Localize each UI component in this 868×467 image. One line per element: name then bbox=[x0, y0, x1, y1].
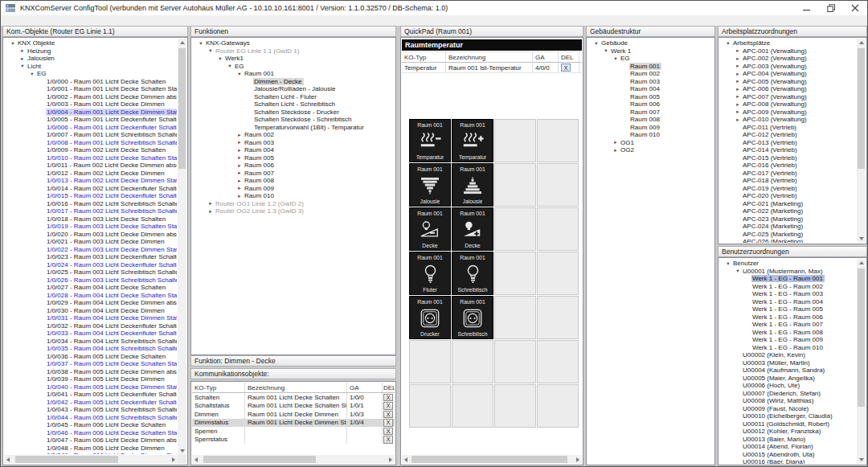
tree-item[interactable]: 1/0/048 - Raum 006 Licht Decke Dimmen bbox=[4, 444, 177, 453]
tree-arrow-icon[interactable]: ▸ bbox=[207, 208, 215, 215]
tree-item[interactable]: APC-018 (Vertrieb) bbox=[719, 177, 856, 185]
quickpad-empty-cell[interactable] bbox=[537, 340, 579, 383]
tree-item[interactable]: 1/0/015 - Raum 002 Licht Deckenfluter Sc… bbox=[4, 192, 177, 200]
quickpad-row[interactable]: Temperatur Raum 001 Ist-Temperatur 4/0/0… bbox=[402, 63, 582, 73]
tree-item[interactable]: U00002 (Klein, Kevin) bbox=[719, 351, 856, 359]
tree-arrow-icon[interactable]: ▸ bbox=[734, 71, 742, 77]
tree-item[interactable]: Werk 1 - EG - Raum 009 bbox=[719, 336, 856, 344]
tree-item[interactable]: ▸ APC-008 (Verwaltung) bbox=[719, 100, 856, 109]
tree-item[interactable]: 1/0/010 - Raum 002 Licht Decke Schalten … bbox=[4, 154, 177, 162]
tree-item[interactable]: ▾ Router EG Linie 1.1 (GwID 1) bbox=[192, 47, 395, 55]
tree-item[interactable]: ▸ Raum 004 bbox=[192, 146, 395, 154]
tree-item[interactable]: 1/0/047 - Raum 006 Licht Decke Dimmen ab… bbox=[4, 436, 177, 444]
tree-item[interactable]: 1/0/025 - Raum 003 Licht Schreibtisch Sc… bbox=[4, 268, 177, 277]
quickpad-tile[interactable]: Raum 001Decke bbox=[452, 207, 493, 251]
tree-item[interactable]: 1/0/037 - Raum 005 Licht Decke Schalten … bbox=[4, 360, 177, 368]
scroll-left-icon[interactable] bbox=[192, 455, 201, 464]
tree-item[interactable]: Werk 1 - EG - Raum 010 bbox=[719, 344, 856, 352]
tree-arrow-icon[interactable]: ▸ bbox=[235, 147, 244, 154]
tree-item[interactable]: 1/0/006 - Raum 001 Licht Deckenfluter Sc… bbox=[4, 124, 177, 132]
tree-item[interactable]: 1/0/026 - Raum 003 Licht Schreibtisch Sc… bbox=[4, 277, 177, 285]
tree-arrow-icon[interactable]: ▸ bbox=[235, 178, 244, 184]
tree-arrow-icon[interactable]: ▸ bbox=[235, 185, 244, 191]
tree-item[interactable]: U00004 (Kaufmann, Sandra) bbox=[719, 367, 856, 375]
tree-item[interactable]: 1/0/023 - Raum 003 Licht Deckenfluter Sc… bbox=[4, 253, 177, 261]
tree-arrow-icon[interactable]: ▾ bbox=[9, 40, 17, 47]
tree-item[interactable]: Raum 008 bbox=[588, 116, 714, 124]
quickpad-tile[interactable]: Raum 001Decke bbox=[409, 207, 451, 251]
tree-item[interactable]: U00015 (Abendroth, Uta) bbox=[719, 451, 856, 459]
tree-item[interactable]: 1/0/009 - Raum 002 Licht Decke Schalten bbox=[4, 146, 177, 154]
tree-item[interactable]: ▾ Licht bbox=[4, 63, 177, 71]
tree-item[interactable]: 1/0/020 - Raum 003 Licht Decke Dimmen ab… bbox=[4, 231, 177, 239]
quickpad-empty-cell[interactable] bbox=[494, 296, 536, 339]
quickpad-empty-cell[interactable] bbox=[452, 340, 493, 383]
tree-arrow-icon[interactable]: ▾ bbox=[18, 63, 27, 69]
tree-item[interactable]: 1/0/033 - Raum 004 Licht Deckenfluter Sc… bbox=[4, 330, 177, 338]
tree-item[interactable]: ▸ APC-010 (Verwaltung) bbox=[719, 116, 856, 124]
tree-item[interactable]: 1/0/045 - Raum 006 Licht Decke Schalten bbox=[4, 421, 177, 429]
delete-button[interactable]: X bbox=[383, 394, 393, 402]
tree-arrow-icon[interactable]: ▾ bbox=[235, 71, 244, 77]
delete-button[interactable]: X bbox=[383, 419, 393, 427]
tree-arrow-icon[interactable]: ▾ bbox=[602, 47, 610, 54]
tree-item[interactable]: ▸ Raum 008 bbox=[192, 177, 395, 185]
komm-object-row[interactable]: Sperren X bbox=[192, 427, 395, 436]
tree-item[interactable]: Raum 007 bbox=[588, 109, 714, 117]
quickpad-tile[interactable]: Raum 001Temparatur bbox=[452, 119, 493, 162]
quickpad-empty-cell[interactable] bbox=[537, 119, 579, 162]
tree-item[interactable]: ▾ EG bbox=[588, 55, 714, 63]
quickpad-empty-cell[interactable] bbox=[494, 384, 536, 428]
tree-item[interactable]: 1/0/042 - Raum 005 Licht Deckenfluter Sc… bbox=[4, 399, 177, 407]
tree-arrow-icon[interactable]: ▾ bbox=[226, 63, 234, 69]
tree-item[interactable]: U00007 (Diederich, Stefan) bbox=[719, 390, 856, 398]
tree-item[interactable]: 1/0/028 - Raum 004 Licht Decke Schalten … bbox=[4, 292, 177, 300]
tree-item[interactable]: ▾ Raum 001 bbox=[192, 70, 395, 78]
scrollbar-thumb[interactable] bbox=[15, 456, 118, 463]
tree-arrow-icon[interactable]: ▸ bbox=[18, 47, 27, 54]
delete-button[interactable]: X bbox=[383, 428, 393, 436]
quickpad-empty-cell[interactable] bbox=[537, 207, 579, 251]
tree-item[interactable]: Raum 005 bbox=[588, 93, 714, 101]
tree-item[interactable]: ▸ Raum 006 bbox=[192, 162, 395, 170]
tree-item[interactable]: Werk 1 - EG - Raum 003 bbox=[719, 290, 856, 298]
quickpad-empty-cell[interactable] bbox=[494, 340, 536, 383]
tree-item[interactable]: U00013 (Baier, Mario) bbox=[719, 436, 856, 444]
tree-item[interactable]: ▾ Werk 1 bbox=[588, 47, 714, 55]
vertical-scrollbar[interactable] bbox=[178, 39, 186, 455]
quickpad-tile[interactable]: Raum 001Fluter bbox=[409, 252, 451, 295]
scroll-up-icon[interactable] bbox=[857, 39, 866, 47]
delete-button[interactable]: X bbox=[383, 411, 393, 419]
tree-item[interactable]: U00003 (Müller, Martin) bbox=[719, 359, 856, 367]
tree-item[interactable]: Raum 009 bbox=[588, 124, 714, 132]
tree-item[interactable]: Schalten Licht - Schreibtisch bbox=[192, 100, 395, 109]
tree-arrow-icon[interactable]: ▾ bbox=[592, 40, 600, 47]
tree-item[interactable]: APC-023 (Marketing) bbox=[719, 215, 856, 223]
close-button[interactable] bbox=[843, 1, 867, 15]
quickpad-empty-cell[interactable] bbox=[494, 119, 536, 162]
scroll-up-icon[interactable] bbox=[857, 259, 866, 268]
tree-item[interactable]: U00009 (Faust, Nicole) bbox=[719, 405, 856, 413]
tree-item[interactable]: ▸ APC-007 (Verwaltung) bbox=[719, 93, 856, 101]
tree-item[interactable]: Werk 1 - EG - Raum 001 bbox=[719, 275, 856, 283]
tree-item[interactable]: Raum 004 bbox=[588, 85, 714, 93]
tree-arrow-icon[interactable]: ▾ bbox=[724, 40, 732, 47]
tree-arrow-icon[interactable]: ▸ bbox=[235, 193, 244, 199]
tree-item[interactable]: 1/0/030 - Raum 004 Licht Decke Dimmen bbox=[4, 307, 177, 315]
komm-object-row[interactable]: Sperrstatus X bbox=[192, 436, 395, 444]
tree-item[interactable]: ▸ Raum 009 bbox=[192, 185, 395, 193]
tree-item[interactable]: 1/0/046 - Raum 006 Licht Decke Schalten … bbox=[4, 429, 177, 437]
scroll-down-icon[interactable] bbox=[178, 446, 186, 455]
tree-item[interactable]: 1/0/017 - Raum 002 Licht Schreibtisch Sc… bbox=[4, 207, 177, 215]
tree-arrow-icon[interactable]: ▸ bbox=[734, 47, 742, 54]
tree-item[interactable]: Werk 1 - EG - Raum 006 bbox=[719, 313, 856, 322]
tree-item[interactable]: U00008 (Wirtz, Matthias) bbox=[719, 397, 856, 405]
scroll-down-icon[interactable] bbox=[857, 234, 866, 243]
delete-button[interactable]: X bbox=[561, 63, 571, 72]
minimize-button[interactable] bbox=[795, 1, 819, 15]
tree-arrow-icon[interactable]: ▾ bbox=[612, 55, 620, 62]
tree-item[interactable]: 1/0/031 - Raum 004 Licht Decke Dimmen St… bbox=[4, 314, 177, 322]
quickpad-empty-cell[interactable] bbox=[452, 384, 493, 428]
tree-item[interactable]: ▸ Jalousien bbox=[4, 55, 177, 63]
tree-item[interactable]: APC-026 (Marketing) bbox=[719, 238, 856, 243]
